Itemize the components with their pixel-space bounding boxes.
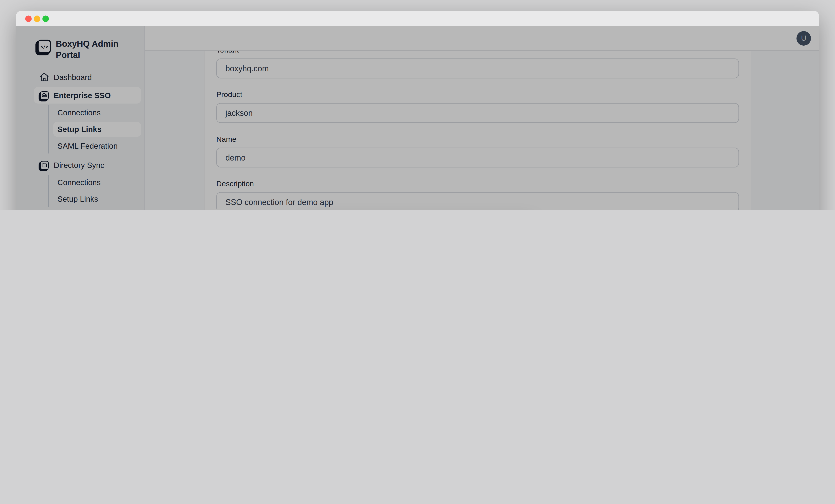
modal-backdrop[interactable]: [16, 26, 819, 210]
app-window: </> BoxyHQ Admin Portal Dashboard: [16, 11, 819, 210]
zoom-window-button[interactable]: [42, 15, 49, 22]
screen: </> BoxyHQ Admin Portal Dashboard: [0, 0, 835, 210]
close-window-button[interactable]: [25, 15, 32, 22]
window-titlebar: [16, 11, 819, 26]
minimize-window-button[interactable]: [34, 15, 40, 22]
app-viewport: </> BoxyHQ Admin Portal Dashboard: [16, 26, 819, 210]
